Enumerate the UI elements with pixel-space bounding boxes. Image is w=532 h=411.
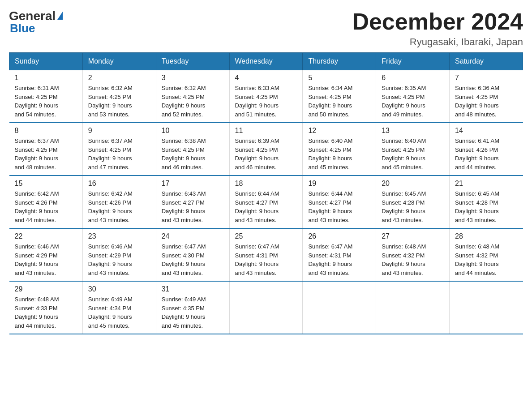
table-row: 20Sunrise: 6:45 AMSunset: 4:28 PMDayligh… — [376, 176, 450, 228]
calendar-table: Sunday Monday Tuesday Wednesday Thursday… — [9, 52, 523, 334]
table-row: 21Sunrise: 6:45 AMSunset: 4:28 PMDayligh… — [450, 176, 523, 228]
table-row: 29Sunrise: 6:48 AMSunset: 4:33 PMDayligh… — [9, 281, 83, 334]
header-tuesday: Tuesday — [156, 53, 229, 70]
day-info: Sunrise: 6:49 AMSunset: 4:35 PMDaylight:… — [162, 295, 224, 330]
day-number: 11 — [235, 127, 297, 135]
day-info: Sunrise: 6:47 AMSunset: 4:30 PMDaylight:… — [162, 242, 224, 277]
logo-arrow-icon — [57, 12, 63, 20]
logo: General Blue — [9, 9, 63, 35]
day-number: 5 — [308, 74, 370, 82]
table-row — [303, 281, 376, 334]
day-number: 15 — [15, 180, 77, 188]
day-info: Sunrise: 6:44 AMSunset: 4:27 PMDaylight:… — [235, 189, 297, 224]
header-saturday: Saturday — [450, 53, 523, 70]
day-number: 6 — [382, 74, 444, 82]
table-row: 7Sunrise: 6:36 AMSunset: 4:25 PMDaylight… — [450, 70, 523, 123]
day-number: 19 — [308, 180, 370, 188]
table-row: 16Sunrise: 6:42 AMSunset: 4:26 PMDayligh… — [82, 176, 156, 228]
day-info: Sunrise: 6:48 AMSunset: 4:33 PMDaylight:… — [15, 295, 77, 330]
day-info: Sunrise: 6:44 AMSunset: 4:27 PMDaylight:… — [308, 189, 370, 224]
table-row: 1Sunrise: 6:31 AMSunset: 4:25 PMDaylight… — [9, 70, 83, 123]
header-monday: Monday — [82, 53, 156, 70]
day-info: Sunrise: 6:43 AMSunset: 4:27 PMDaylight:… — [162, 189, 224, 224]
table-row: 13Sunrise: 6:40 AMSunset: 4:25 PMDayligh… — [376, 123, 450, 176]
month-year-title: December 2024 — [352, 9, 523, 34]
day-info: Sunrise: 6:32 AMSunset: 4:25 PMDaylight:… — [162, 84, 224, 119]
day-number: 18 — [235, 180, 297, 188]
day-number: 24 — [162, 232, 224, 240]
day-number: 29 — [15, 285, 77, 293]
table-row: 17Sunrise: 6:43 AMSunset: 4:27 PMDayligh… — [156, 176, 229, 228]
table-row: 5Sunrise: 6:34 AMSunset: 4:25 PMDaylight… — [303, 70, 376, 123]
day-info: Sunrise: 6:47 AMSunset: 4:31 PMDaylight:… — [308, 242, 370, 277]
table-row: 9Sunrise: 6:37 AMSunset: 4:25 PMDaylight… — [82, 123, 156, 176]
table-row: 19Sunrise: 6:44 AMSunset: 4:27 PMDayligh… — [303, 176, 376, 228]
day-number: 22 — [15, 232, 77, 240]
header-wednesday: Wednesday — [229, 53, 303, 70]
page-header: General Blue December 2024 Ryugasaki, Ib… — [9, 9, 523, 48]
day-number: 9 — [88, 127, 150, 135]
table-row: 3Sunrise: 6:32 AMSunset: 4:25 PMDaylight… — [156, 70, 229, 123]
table-row — [376, 281, 450, 334]
day-info: Sunrise: 6:31 AMSunset: 4:25 PMDaylight:… — [15, 84, 77, 119]
day-number: 30 — [88, 285, 150, 293]
day-number: 8 — [15, 127, 77, 135]
table-row: 6Sunrise: 6:35 AMSunset: 4:25 PMDaylight… — [376, 70, 450, 123]
day-info: Sunrise: 6:39 AMSunset: 4:25 PMDaylight:… — [235, 137, 297, 171]
table-row: 4Sunrise: 6:33 AMSunset: 4:25 PMDaylight… — [229, 70, 303, 123]
day-info: Sunrise: 6:37 AMSunset: 4:25 PMDaylight:… — [88, 137, 150, 171]
day-number: 3 — [162, 74, 224, 82]
day-number: 13 — [382, 127, 444, 135]
table-row: 30Sunrise: 6:49 AMSunset: 4:34 PMDayligh… — [82, 281, 156, 334]
table-row: 28Sunrise: 6:48 AMSunset: 4:32 PMDayligh… — [450, 228, 523, 281]
table-row: 14Sunrise: 6:41 AMSunset: 4:26 PMDayligh… — [450, 123, 523, 176]
day-number: 26 — [308, 232, 370, 240]
day-number: 2 — [88, 74, 150, 82]
location-subtitle: Ryugasaki, Ibaraki, Japan — [352, 36, 523, 48]
table-row: 31Sunrise: 6:49 AMSunset: 4:35 PMDayligh… — [156, 281, 229, 334]
weekday-header-row: Sunday Monday Tuesday Wednesday Thursday… — [9, 53, 523, 70]
day-number: 17 — [162, 180, 224, 188]
day-number: 31 — [162, 285, 224, 293]
table-row — [229, 281, 303, 334]
day-number: 25 — [235, 232, 297, 240]
day-info: Sunrise: 6:48 AMSunset: 4:32 PMDaylight:… — [382, 242, 444, 277]
day-info: Sunrise: 6:49 AMSunset: 4:34 PMDaylight:… — [88, 295, 150, 330]
day-info: Sunrise: 6:42 AMSunset: 4:26 PMDaylight:… — [15, 189, 77, 224]
table-row: 22Sunrise: 6:46 AMSunset: 4:29 PMDayligh… — [9, 228, 83, 281]
day-info: Sunrise: 6:45 AMSunset: 4:28 PMDaylight:… — [455, 189, 517, 224]
calendar-week-row: 15Sunrise: 6:42 AMSunset: 4:26 PMDayligh… — [9, 176, 523, 228]
header-friday: Friday — [376, 53, 450, 70]
day-number: 23 — [88, 232, 150, 240]
calendar-week-row: 22Sunrise: 6:46 AMSunset: 4:29 PMDayligh… — [9, 228, 523, 281]
day-number: 21 — [455, 180, 517, 188]
table-row: 27Sunrise: 6:48 AMSunset: 4:32 PMDayligh… — [376, 228, 450, 281]
day-info: Sunrise: 6:38 AMSunset: 4:25 PMDaylight:… — [162, 137, 224, 171]
calendar-week-row: 8Sunrise: 6:37 AMSunset: 4:25 PMDaylight… — [9, 123, 523, 176]
day-info: Sunrise: 6:46 AMSunset: 4:29 PMDaylight:… — [15, 242, 77, 277]
day-info: Sunrise: 6:40 AMSunset: 4:25 PMDaylight:… — [382, 137, 444, 171]
table-row: 18Sunrise: 6:44 AMSunset: 4:27 PMDayligh… — [229, 176, 303, 228]
day-number: 14 — [455, 127, 517, 135]
title-block: December 2024 Ryugasaki, Ibaraki, Japan — [352, 9, 523, 48]
calendar-week-row: 29Sunrise: 6:48 AMSunset: 4:33 PMDayligh… — [9, 281, 523, 334]
day-info: Sunrise: 6:42 AMSunset: 4:26 PMDaylight:… — [88, 189, 150, 224]
day-number: 4 — [235, 74, 297, 82]
table-row: 11Sunrise: 6:39 AMSunset: 4:25 PMDayligh… — [229, 123, 303, 176]
day-info: Sunrise: 6:36 AMSunset: 4:25 PMDaylight:… — [455, 84, 517, 119]
table-row: 12Sunrise: 6:40 AMSunset: 4:25 PMDayligh… — [303, 123, 376, 176]
table-row — [450, 281, 523, 334]
day-number: 16 — [88, 180, 150, 188]
day-number: 1 — [15, 74, 77, 82]
day-number: 10 — [162, 127, 224, 135]
day-number: 20 — [382, 180, 444, 188]
day-info: Sunrise: 6:32 AMSunset: 4:25 PMDaylight:… — [88, 84, 150, 119]
day-info: Sunrise: 6:46 AMSunset: 4:29 PMDaylight:… — [88, 242, 150, 277]
day-info: Sunrise: 6:33 AMSunset: 4:25 PMDaylight:… — [235, 84, 297, 119]
table-row: 2Sunrise: 6:32 AMSunset: 4:25 PMDaylight… — [82, 70, 156, 123]
table-row: 8Sunrise: 6:37 AMSunset: 4:25 PMDaylight… — [9, 123, 83, 176]
header-thursday: Thursday — [303, 53, 376, 70]
table-row: 23Sunrise: 6:46 AMSunset: 4:29 PMDayligh… — [82, 228, 156, 281]
table-row: 10Sunrise: 6:38 AMSunset: 4:25 PMDayligh… — [156, 123, 229, 176]
day-number: 7 — [455, 74, 517, 82]
